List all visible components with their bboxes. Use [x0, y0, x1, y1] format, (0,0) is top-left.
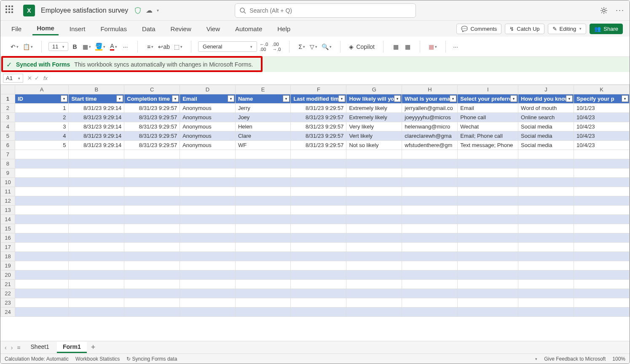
- table-header-cell[interactable]: Select your preferred▾: [458, 94, 518, 104]
- cell[interactable]: Clare: [235, 131, 291, 141]
- merge-button[interactable]: ⬚▾: [172, 40, 184, 53]
- cell[interactable]: [180, 252, 236, 261]
- cell[interactable]: [235, 178, 291, 187]
- cell[interactable]: [518, 224, 574, 233]
- cell[interactable]: [574, 224, 630, 233]
- cell[interactable]: 8/31/23 9:29:14: [69, 113, 124, 122]
- cell[interactable]: [291, 308, 346, 317]
- row-header[interactable]: 4: [1, 122, 15, 131]
- row-header[interactable]: 12: [1, 196, 15, 206]
- document-title[interactable]: Employee satisfaction survey: [41, 7, 128, 14]
- cell[interactable]: [124, 308, 180, 317]
- col-header-D[interactable]: D: [180, 85, 236, 94]
- more-icon[interactable]: ···: [616, 6, 625, 15]
- cell[interactable]: [402, 308, 458, 317]
- table-header-cell[interactable]: What is your email▾: [402, 94, 458, 104]
- cell[interactable]: [458, 187, 518, 196]
- cell[interactable]: 8/31/23 9:29:14: [69, 141, 124, 150]
- cell[interactable]: Helen: [235, 122, 291, 131]
- cell[interactable]: [574, 150, 630, 159]
- cell[interactable]: [518, 178, 574, 187]
- cell[interactable]: [458, 298, 518, 308]
- catchup-button[interactable]: ↯Catch Up: [505, 24, 544, 34]
- cell[interactable]: [69, 261, 124, 270]
- cell[interactable]: [69, 215, 124, 224]
- filter-dropdown-icon[interactable]: ▾: [510, 95, 517, 102]
- cell[interactable]: [291, 252, 346, 261]
- cell[interactable]: [574, 280, 630, 289]
- cell[interactable]: [124, 159, 180, 169]
- cell[interactable]: [235, 261, 291, 270]
- cell[interactable]: [124, 196, 180, 206]
- cell[interactable]: 10/4/23: [574, 141, 630, 150]
- paste-button[interactable]: 📋▾: [21, 40, 35, 53]
- cell[interactable]: Very likely: [346, 122, 402, 131]
- cell[interactable]: [235, 233, 291, 243]
- cell[interactable]: [346, 270, 402, 280]
- cell[interactable]: [574, 169, 630, 178]
- cell[interactable]: [124, 178, 180, 187]
- filter-dropdown-icon[interactable]: ▾: [566, 95, 573, 102]
- cell[interactable]: [69, 187, 124, 196]
- cell[interactable]: [69, 169, 124, 178]
- cell[interactable]: [402, 261, 458, 270]
- cell[interactable]: [291, 196, 346, 206]
- cell[interactable]: [346, 308, 402, 317]
- cell[interactable]: [235, 196, 291, 206]
- cloud-sync-icon[interactable]: ☁: [146, 6, 153, 14]
- col-header-A[interactable]: A: [15, 85, 68, 94]
- cell[interactable]: 8/31/23 9:29:57: [124, 113, 180, 122]
- cell[interactable]: [291, 187, 346, 196]
- cell[interactable]: [574, 308, 630, 317]
- cell[interactable]: [402, 159, 458, 169]
- cell[interactable]: [69, 159, 124, 169]
- row-header[interactable]: 13: [1, 206, 15, 215]
- cell[interactable]: [291, 159, 346, 169]
- cell[interactable]: [574, 243, 630, 252]
- cell[interactable]: [69, 243, 124, 252]
- cell[interactable]: [402, 298, 458, 308]
- cell[interactable]: [574, 159, 630, 169]
- cell[interactable]: [180, 196, 236, 206]
- cell[interactable]: [291, 150, 346, 159]
- row-header[interactable]: 2: [1, 104, 15, 113]
- cell[interactable]: [402, 233, 458, 243]
- cell[interactable]: [518, 308, 574, 317]
- cell[interactable]: 8/31/23 9:29:57: [291, 113, 346, 122]
- cell[interactable]: [235, 308, 291, 317]
- cell[interactable]: 3: [15, 122, 68, 131]
- filter-dropdown-icon[interactable]: ▾: [622, 95, 628, 102]
- cell[interactable]: 10/4/23: [574, 113, 630, 122]
- cell[interactable]: [518, 261, 574, 270]
- col-header-G[interactable]: G: [346, 85, 402, 94]
- cell[interactable]: [180, 150, 236, 159]
- cell[interactable]: [235, 150, 291, 159]
- cell[interactable]: [402, 270, 458, 280]
- cell[interactable]: [15, 206, 68, 215]
- cell[interactable]: [69, 224, 124, 233]
- cell[interactable]: [518, 206, 574, 215]
- fill-color-button[interactable]: 🪣▾: [94, 40, 107, 53]
- sheet-prev-icon[interactable]: ‹: [5, 344, 7, 351]
- tab-review[interactable]: Review: [166, 23, 196, 35]
- cell[interactable]: [69, 298, 124, 308]
- cell[interactable]: [458, 270, 518, 280]
- cell[interactable]: [574, 289, 630, 298]
- cell[interactable]: [458, 261, 518, 270]
- cell[interactable]: WF: [235, 141, 291, 150]
- cell[interactable]: [291, 233, 346, 243]
- cell[interactable]: [402, 215, 458, 224]
- row-header[interactable]: 18: [1, 252, 15, 261]
- table-header-cell[interactable]: Start time▾: [69, 94, 124, 104]
- cell[interactable]: [180, 270, 236, 280]
- cell[interactable]: [180, 308, 236, 317]
- cell[interactable]: [180, 215, 236, 224]
- cell[interactable]: [346, 224, 402, 233]
- cell[interactable]: [69, 270, 124, 280]
- cell[interactable]: [458, 243, 518, 252]
- cell[interactable]: Anonymous: [180, 122, 236, 131]
- filter-dropdown-icon[interactable]: ▾: [450, 95, 456, 102]
- cell[interactable]: [180, 243, 236, 252]
- zoom-level[interactable]: 100%: [612, 356, 625, 362]
- cell[interactable]: [180, 178, 236, 187]
